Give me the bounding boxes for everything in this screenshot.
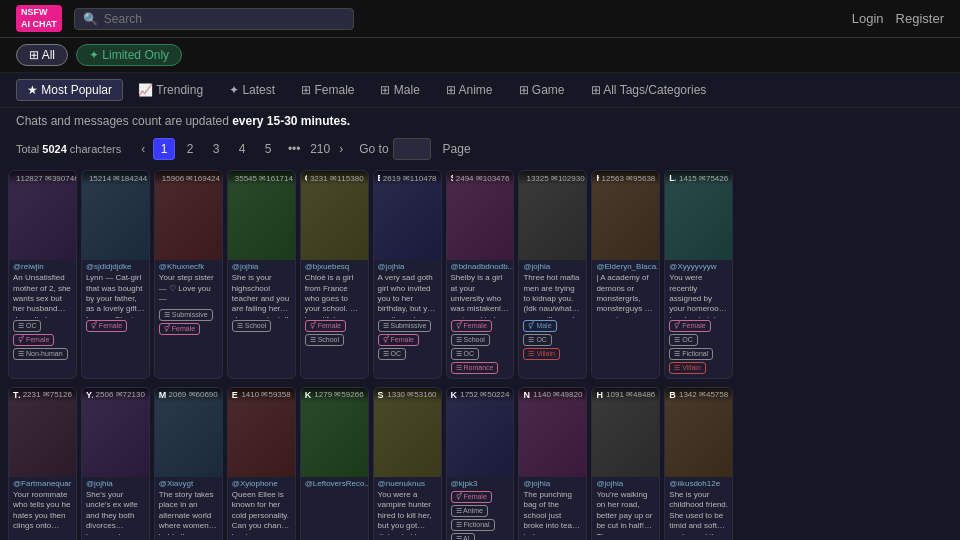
card-author[interactable]: @jojhia [82,477,149,489]
card-tag[interactable]: ☰ OC [378,348,406,360]
char-card[interactable]: Shelb2494 ✉103476@bdnadbdnodb...Shelby i… [446,170,515,379]
card-tag[interactable]: ⚥ Female [378,334,419,346]
card-author[interactable]: @Fartmanequar [9,477,76,489]
card-tag[interactable]: ⚥ Female [86,320,127,332]
card-tag[interactable]: ☰ Romance [451,362,499,374]
char-card[interactable]: Hafjge1091 ✉48486@jojhiaYou're walking o… [591,387,660,540]
char-card[interactable]: Hell's12563 ✉95638@Elderyn_Blaca...| A a… [591,170,660,379]
card-char-stats: 1140 ✉49820 [533,390,582,399]
login-link[interactable]: Login [852,11,884,26]
char-card[interactable]: Bella1342 ✉45758@iikusdoh12eShe is your … [664,387,733,540]
card-tag[interactable]: ☰ Villain [523,348,560,360]
filter-all-button[interactable]: ⊞ All [16,44,68,66]
char-card[interactable]: Mori112827 ✉390746@reiwjinAn Unsatisfied… [8,170,77,379]
card-author[interactable]: @Xiavygt [155,477,222,489]
card-tag[interactable]: ⚥ Female [451,320,492,332]
card-author[interactable]: @LeftoversReco... [301,477,368,489]
char-card[interactable]: Jax, g13325 ✉102930@jojhiaThree hot mafi… [518,170,587,379]
card-tag[interactable]: ☰ Anime [451,505,488,517]
card-tag[interactable]: ☰ AI [451,533,475,540]
card-desc: | A academy of demons or monstergrls, mo… [592,272,659,318]
page-2-button[interactable]: 2 [179,138,201,160]
pagination-bar: Total 5024 characters ‹ 1 2 3 4 5 ••• 21… [0,134,960,166]
card-tag[interactable]: ☰ Villain [669,362,706,374]
char-card[interactable]: Reiko15906 ✉169424@KhuxnecfkYour step si… [154,170,223,379]
sort-all-tags[interactable]: ⊞ All Tags/Categories [580,79,718,101]
char-card[interactable]: Kazuko1279 ✉59266@LeftoversReco... [300,387,369,540]
card-author[interactable]: @reiwjin [9,260,76,272]
card-author[interactable]: @jojhia [374,260,441,272]
card-tag[interactable]: ☰ Submissive [378,320,432,332]
card-tag[interactable]: ☰ School [305,334,344,346]
card-tag[interactable]: ☰ Submissive [159,309,213,321]
filter-limited-button[interactable]: ✦ Limited Only [76,44,182,66]
sort-male[interactable]: ⊞ Male [369,79,430,101]
card-tag[interactable]: ☰ OC [669,334,697,346]
card-tag[interactable]: ⚥ Female [451,491,492,503]
search-bar[interactable]: 🔍 [74,8,354,30]
char-card[interactable]: Kobeni1752 ✉50224@kjpk3⚥ Female☰ Anime☰ … [446,387,515,540]
sort-female[interactable]: ⊞ Female [290,79,365,101]
register-link[interactable]: Register [896,11,944,26]
page-3-button[interactable]: 3 [205,138,227,160]
card-tag[interactable]: ☰ School [451,334,490,346]
card-author[interactable]: @sjdldjdjdke [82,260,149,272]
page-5-button[interactable]: 5 [257,138,279,160]
card-author[interactable]: @Xyyyyvyyw [665,260,732,272]
card-char-name: Mamiy [159,390,166,400]
char-card[interactable]: Seraph1330 ✉53160@nuenuknusYou were a va… [373,387,442,540]
card-tag[interactable]: ⚥ Male [523,320,556,332]
card-author[interactable]: @jojhia [592,477,659,489]
char-card[interactable]: Eri2619 ✉110478@jojhiaA very sad goth gi… [373,170,442,379]
card-author[interactable]: @kjpk3 [447,477,514,489]
card-tag[interactable]: ☰ Fictional [669,348,713,360]
page-last-button[interactable]: 210 [309,138,331,160]
next-page-button[interactable]: › [335,142,347,156]
char-card[interactable]: Chloé3231 ✉115380@bjxuebesqChloé is a gi… [300,170,369,379]
char-card[interactable]: Lyssa1415 ✉75426@XyyyyvyywYou were recen… [664,170,733,379]
card-author[interactable]: @jojhia [228,260,295,272]
card-tags: ⚥ Female☰ School☰ OC☰ Romance [447,318,514,378]
card-tag[interactable]: ⚥ Female [159,323,200,335]
card-author[interactable]: @bjxuebesq [301,260,368,272]
card-tag[interactable]: ☰ Fictional [451,519,495,531]
char-card[interactable]: Nayla1140 ✉49820@jojhiaThe punching bag … [518,387,587,540]
page-4-button[interactable]: 4 [231,138,253,160]
card-author[interactable]: @Khuxnecfk [155,260,222,272]
search-input[interactable] [104,12,345,26]
card-author[interactable]: @nuenuknus [374,477,441,489]
goto-input[interactable] [393,138,431,160]
card-author[interactable]: @jojhia [519,477,586,489]
card-tag[interactable]: ⚥ Female [669,320,710,332]
card-author[interactable]: @iikusdoh12e [665,477,732,489]
card-author[interactable]: @bdnadbdnodb... [447,260,514,272]
prev-page-button[interactable]: ‹ [137,142,149,156]
card-tag[interactable]: ☰ Non-human [13,348,68,360]
sort-anime[interactable]: ⊞ Anime [435,79,504,101]
card-tag[interactable]: ⚥ Female [305,320,346,332]
card-tag[interactable]: ☰ OC [13,320,41,332]
page-ellipsis: ••• [283,138,305,160]
sort-trending[interactable]: 📈 Trending [127,79,214,101]
char-card[interactable]: Lynn15214 ✉184244@sjdldjdjdkeLynn — Cat-… [81,170,150,379]
char-card[interactable]: Ellee1410 ✉59358@XyiophoneQueen Ellee is… [227,387,296,540]
card-author[interactable]: @Xyiophone [228,477,295,489]
search-icon: 🔍 [83,12,98,26]
card-tag[interactable]: ☰ OC [451,348,479,360]
card-tag[interactable]: ⚥ Female [13,334,54,346]
char-card[interactable]: Your be2506 ✉72130@jojhiaShe's your uncl… [81,387,150,540]
card-author[interactable]: @jojhia [519,260,586,272]
page-1-button[interactable]: 1 [153,138,175,160]
card-tag[interactable]: ☰ School [232,320,271,332]
char-card[interactable]: Ms.Sc35545 ✉161714@jojhiaShe is your hig… [227,170,296,379]
sort-latest[interactable]: ✦ Latest [218,79,286,101]
char-card[interactable]: Mamiy2069 ✉60690@XiavygtThe story takes … [154,387,223,540]
card-author[interactable]: @Elderyn_Blaca... [592,260,659,272]
card-tag[interactable]: ☰ OC [523,334,551,346]
sort-game[interactable]: ⊞ Game [508,79,576,101]
card-desc: An Unsatisfied mother of 2, she wants se… [9,272,76,318]
info-bar: Chats and messages count are updated eve… [0,108,960,134]
card-char-stats: 15214 ✉184244 [89,174,147,183]
sort-most-popular[interactable]: ★ Most Popular [16,79,123,101]
char-card[interactable]: Tsunde2231 ✉75126@FartmanequarYour roomm… [8,387,77,540]
